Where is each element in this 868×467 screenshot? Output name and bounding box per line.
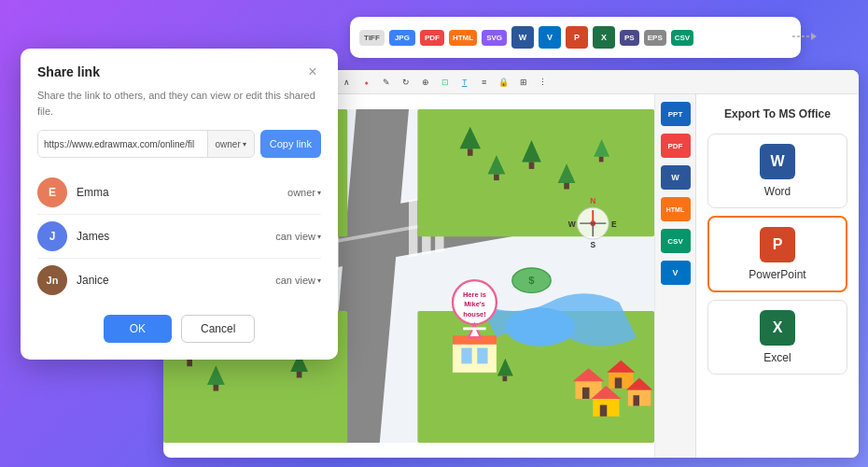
export-excel[interactable]: X Excel — [707, 300, 847, 375]
svg-rect-57 — [615, 377, 623, 388]
tool-lock[interactable]: 🔒 — [496, 74, 512, 91]
export-powerpoint[interactable]: P PowerPoint — [707, 216, 847, 292]
dialog-actions: OK Cancel — [37, 315, 321, 343]
arrow-indicator — [791, 30, 817, 47]
user-item-janice: Jn Janice can view ▾ — [37, 259, 321, 302]
svg-text:$: $ — [528, 275, 535, 286]
tool-edit[interactable]: ✎ — [378, 74, 395, 91]
export-panel: Export To MS Office W Word P PowerPoint … — [695, 94, 859, 458]
fmt-word[interactable]: W — [511, 26, 534, 49]
close-icon[interactable]: × — [304, 64, 321, 80]
side-icon-v[interactable]: V — [661, 261, 691, 285]
permission-label: owner — [216, 139, 241, 149]
ok-button[interactable]: OK — [104, 315, 172, 343]
svg-rect-35 — [529, 162, 535, 169]
side-icon-word-blue[interactable]: W — [661, 165, 691, 190]
link-input-wrap: owner ▾ — [37, 130, 255, 158]
side-icon-ppt-blue[interactable]: PPT — [661, 102, 691, 126]
fmt-csv[interactable]: CSV — [671, 30, 693, 46]
fmt-ps[interactable]: PS — [620, 30, 639, 46]
user-item-james: J James can view ▾ — [37, 215, 321, 259]
share-dialog: Share link × Share the link to others, a… — [21, 49, 338, 360]
avatar-emma: E — [37, 177, 67, 207]
fmt-ppt[interactable]: P — [566, 26, 588, 49]
svg-rect-31 — [468, 149, 473, 156]
side-icon-html[interactable]: HTML — [661, 197, 691, 221]
username-janice: Janice — [77, 274, 275, 287]
left-format-icons: PPT PDF W HTML CSV V — [654, 94, 695, 458]
dialog-title: Share link — [37, 64, 100, 79]
word-label: Word — [764, 185, 791, 198]
avatar-janice: Jn — [37, 265, 67, 295]
svg-rect-41 — [187, 360, 192, 367]
svg-text:S: S — [590, 240, 595, 249]
svg-rect-67 — [477, 348, 487, 364]
excel-icon: X — [760, 310, 795, 346]
svg-text:N: N — [590, 196, 595, 205]
chevron-down-icon: ▾ — [243, 140, 246, 149]
svg-rect-37 — [564, 183, 569, 190]
side-icon-csv[interactable]: CSV — [661, 229, 691, 253]
dialog-description: Share the link to others, and they can v… — [37, 88, 321, 119]
svg-rect-43 — [214, 385, 219, 391]
permission-dropdown[interactable]: owner ▾ — [207, 131, 254, 157]
chevron-emma: ▾ — [317, 189, 321, 197]
role-emma[interactable]: owner ▾ — [287, 187, 321, 198]
role-james[interactable]: can view ▾ — [275, 231, 321, 242]
powerpoint-icon: P — [760, 227, 795, 262]
tool-mountain[interactable]: ∧ — [339, 74, 356, 91]
role-label-emma: owner — [287, 187, 315, 198]
tool-search[interactable]: ⊕ — [417, 74, 434, 91]
svg-rect-54 — [582, 388, 590, 399]
fmt-eps[interactable]: EPS — [644, 30, 666, 46]
link-row: owner ▾ Copy link — [37, 130, 321, 158]
tool-image[interactable]: ⊡ — [437, 74, 454, 91]
svg-text:Mike's: Mike's — [464, 300, 485, 308]
avatar-james: J — [37, 221, 67, 251]
fmt-excel[interactable]: X — [593, 26, 615, 49]
powerpoint-label: PowerPoint — [749, 268, 805, 281]
link-url-input[interactable] — [38, 131, 207, 157]
chevron-janice: ▾ — [317, 276, 321, 285]
svg-text:Here is: Here is — [463, 290, 486, 299]
fmt-svg[interactable]: SVG — [482, 30, 507, 46]
fmt-pdf[interactable]: PDF — [420, 30, 444, 46]
tool-fill[interactable]: ⬥ — [358, 74, 375, 91]
role-label-janice: can view — [275, 275, 315, 286]
svg-rect-39 — [599, 157, 604, 163]
tool-underline[interactable]: T — [456, 74, 473, 91]
svg-rect-63 — [633, 395, 639, 405]
fmt-jpg[interactable]: JPG — [389, 30, 415, 46]
user-item-emma: E Emma owner ▾ — [37, 171, 321, 215]
side-icon-pdf[interactable]: PDF — [661, 134, 691, 158]
svg-rect-51 — [503, 376, 508, 382]
username-james: James — [77, 230, 275, 243]
fmt-v[interactable]: V — [539, 26, 561, 49]
svg-point-16 — [505, 307, 575, 346]
cancel-button[interactable]: Cancel — [181, 315, 255, 343]
tool-more[interactable]: ⋮ — [535, 74, 552, 91]
svg-text:house!: house! — [463, 310, 486, 318]
chevron-james: ▾ — [317, 233, 321, 241]
word-icon: W — [760, 144, 795, 179]
svg-rect-60 — [600, 405, 608, 417]
svg-rect-33 — [494, 175, 499, 181]
role-label-james: can view — [275, 231, 315, 242]
excel-label: Excel — [763, 351, 791, 364]
tool-group[interactable]: ⊞ — [515, 74, 532, 91]
fmt-html[interactable]: HTML — [449, 30, 477, 46]
svg-rect-64 — [453, 342, 497, 373]
svg-text:E: E — [611, 219, 617, 229]
role-janice[interactable]: can view ▾ — [275, 275, 321, 286]
tool-rotate[interactable]: ↻ — [398, 74, 414, 91]
format-toolbar: TIFF JPG PDF HTML SVG W V P X PS EPS CSV — [350, 17, 801, 58]
svg-rect-66 — [461, 348, 471, 364]
copy-link-button[interactable]: Copy link — [260, 130, 321, 158]
svg-rect-9 — [409, 199, 417, 258]
dialog-header: Share link × — [37, 64, 321, 80]
svg-text:W: W — [568, 219, 576, 229]
tool-align[interactable]: ≡ — [476, 74, 493, 91]
svg-rect-47 — [297, 372, 302, 378]
export-word[interactable]: W Word — [707, 134, 847, 208]
fmt-tiff[interactable]: TIFF — [359, 30, 385, 46]
